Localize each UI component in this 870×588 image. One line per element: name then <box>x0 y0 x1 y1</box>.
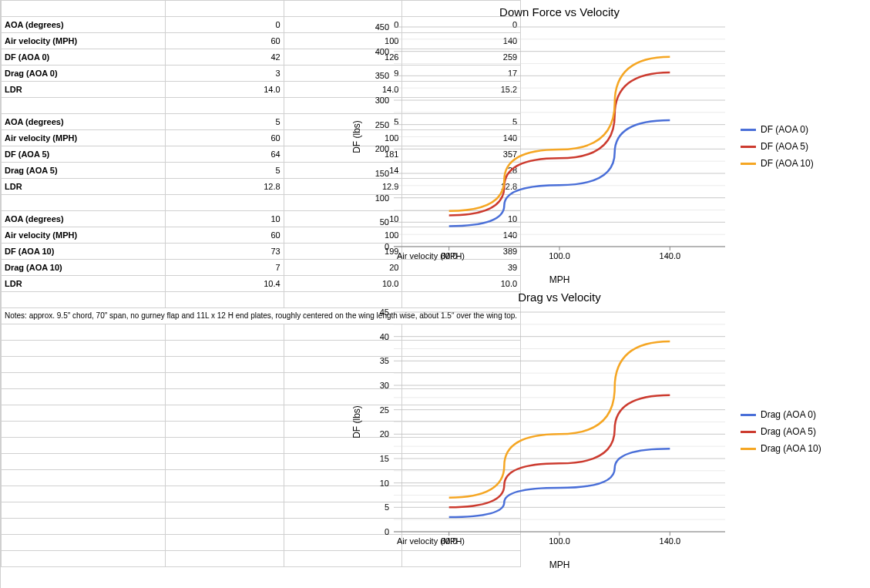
row-label: Air velocity (MPH) <box>2 33 166 49</box>
chart-downforce-legend: DF (AOA 0)DF (AOA 5)DF (AOA 10) <box>733 4 814 289</box>
row-label: Drag (AOA 0) <box>2 66 166 82</box>
y-tick: 45 <box>380 307 389 317</box>
y-tick: 30 <box>380 381 389 390</box>
legend-item: DF (AOA 5) <box>741 141 814 152</box>
row-label: DF (AOA 0) <box>2 49 166 66</box>
x-tick: 100.0 <box>549 251 570 260</box>
y-tick: 25 <box>380 405 389 415</box>
row-label: DF (AOA 5) <box>2 146 166 163</box>
legend-label: Drag (AOA 10) <box>761 443 821 454</box>
cell[interactable]: 64 <box>165 146 284 163</box>
x-tick: 140.0 <box>660 536 681 546</box>
cell[interactable]: 5 <box>165 114 284 130</box>
x-axis-label: MPH <box>549 274 570 285</box>
chart-drag: Drag vs Velocity051015202530354045Air ve… <box>348 289 862 574</box>
row-label: Air velocity (MPH) <box>2 227 166 244</box>
spreadsheet-view: AOA (degrees)000Air velocity (MPH)601001… <box>0 0 870 588</box>
legend-swatch <box>741 146 756 148</box>
cell[interactable]: 42 <box>165 49 284 66</box>
x-tick: 100.0 <box>549 536 570 546</box>
legend-swatch <box>741 163 756 165</box>
y-tick: 5 <box>385 502 389 512</box>
y-tick: 35 <box>380 356 389 365</box>
legend-label: DF (AOA 0) <box>761 124 808 135</box>
cell[interactable]: 60 <box>165 227 284 244</box>
cell[interactable]: 12.8 <box>165 179 284 195</box>
charts-panel: Down Force vs Velocity050100150200250300… <box>340 0 870 588</box>
x-tick: 60.0 <box>441 251 457 260</box>
y-tick: 200 <box>375 144 389 153</box>
row-label: LDR <box>2 179 166 195</box>
cell[interactable]: 3 <box>165 66 284 82</box>
legend-label: DF (AOA 5) <box>761 141 808 152</box>
chart-drag-legend: Drag (AOA 0)Drag (AOA 5)Drag (AOA 10) <box>733 289 821 574</box>
cell[interactable]: 60 <box>165 130 284 146</box>
y-tick: 0 <box>385 242 389 251</box>
row-label: LDR <box>2 276 166 292</box>
y-tick: 350 <box>375 71 389 80</box>
chart-downforce: Down Force vs Velocity050100150200250300… <box>348 4 862 289</box>
legend-item: Drag (AOA 10) <box>741 443 821 454</box>
cell[interactable]: 60 <box>165 33 284 49</box>
legend-swatch <box>741 431 756 433</box>
legend-item: Drag (AOA 0) <box>741 409 821 420</box>
row-label: LDR <box>2 82 166 98</box>
legend-item: DF (AOA 0) <box>741 124 814 135</box>
series-line <box>449 72 670 216</box>
legend-swatch <box>741 129 756 131</box>
legend-swatch <box>741 448 756 450</box>
row-label: DF (AOA 10) <box>2 244 166 260</box>
y-tick: 450 <box>375 22 389 32</box>
data-table-panel: AOA (degrees)000Air velocity (MPH)601001… <box>0 0 340 588</box>
chart-downforce-svg: Down Force vs Velocity050100150200250300… <box>348 4 733 289</box>
x-tick: 60.0 <box>441 536 457 546</box>
cell[interactable]: 0 <box>165 17 284 33</box>
y-tick: 0 <box>385 527 389 536</box>
chart-title: Drag vs Velocity <box>518 291 601 304</box>
legend-label: Drag (AOA 5) <box>761 426 816 437</box>
chart-drag-svg: Drag vs Velocity051015202530354045Air ve… <box>348 289 733 574</box>
legend-label: DF (AOA 10) <box>761 158 814 169</box>
legend-item: DF (AOA 10) <box>741 158 814 169</box>
chart-title: Down Force vs Velocity <box>499 5 620 18</box>
cell[interactable]: 14.0 <box>165 82 284 98</box>
row-label: Air velocity (MPH) <box>2 130 166 146</box>
row-label: Drag (AOA 10) <box>2 260 166 276</box>
legend-item: Drag (AOA 5) <box>741 426 821 437</box>
cell[interactable]: 10.4 <box>165 276 284 292</box>
y-tick: 50 <box>380 217 389 227</box>
y-tick: 400 <box>375 47 389 56</box>
y-tick: 300 <box>375 96 389 105</box>
row-label: AOA (degrees) <box>2 17 166 33</box>
y-tick: 150 <box>375 169 389 178</box>
legend-swatch <box>741 414 756 416</box>
cell[interactable]: 7 <box>165 260 284 276</box>
row-label: Drag (AOA 5) <box>2 163 166 179</box>
y-tick: 100 <box>375 193 389 203</box>
y-axis-label: DF (lbs) <box>351 120 362 153</box>
y-tick: 40 <box>380 332 389 341</box>
y-tick: 250 <box>375 120 389 129</box>
x-tick: 140.0 <box>660 251 681 260</box>
y-tick: 15 <box>380 454 389 463</box>
legend-label: Drag (AOA 0) <box>761 409 816 420</box>
row-label: AOA (degrees) <box>2 211 166 227</box>
cell[interactable]: 10 <box>165 211 284 227</box>
cell[interactable]: 5 <box>165 163 284 179</box>
x-axis-label: MPH <box>549 559 570 570</box>
y-axis-label: DF (lbs) <box>351 405 362 438</box>
row-label: AOA (degrees) <box>2 114 166 130</box>
y-tick: 20 <box>380 429 389 438</box>
y-tick: 10 <box>380 479 389 488</box>
series-line <box>449 57 670 211</box>
series-line <box>449 341 670 498</box>
cell[interactable]: 73 <box>165 244 284 260</box>
